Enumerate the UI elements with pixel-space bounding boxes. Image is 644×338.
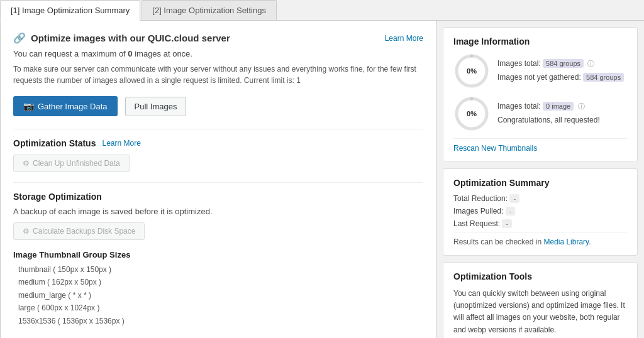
main-content: 🔗 Optimize images with our QUIC.cloud se…	[0, 21, 644, 338]
info-icon-2: ⓘ	[578, 102, 585, 110]
gauge-2-info: Images total: 0 image ⓘ Congratulations,…	[497, 100, 600, 127]
divider-2	[13, 182, 423, 183]
calc-spin-icon: ⚙	[23, 227, 30, 236]
pull-images-button[interactable]: Pull Images	[125, 97, 187, 116]
badge-total-groups: 584 groups	[543, 59, 584, 68]
tab-summary[interactable]: [1] Image Optimization Summary	[0, 0, 140, 21]
gather-btn-row: 📷 Gather Image Data Pull Images	[13, 96, 423, 116]
optimize-desc: You can request a maximum of 0 images at…	[13, 49, 423, 58]
storage-title: Storage Optimization	[13, 192, 423, 202]
opt-summary-card: Optimization Summary Total Reduction: - …	[443, 168, 638, 256]
gather-icon: 📷	[23, 101, 34, 111]
gauge-1-total-row: Images total: 584 groups ⓘ	[497, 57, 624, 71]
optimize-title: 🔗 Optimize images with our QUIC.cloud se…	[13, 32, 230, 44]
results-note: Results can be checked in Media Library.	[453, 232, 627, 246]
divider-1	[13, 129, 423, 129]
calculate-button: ⚙ Calculate Backups Disk Space	[13, 222, 145, 240]
total-reduction-row: Total Reduction: -	[453, 194, 627, 203]
max-count: 0	[128, 49, 132, 58]
left-panel: 🔗 Optimize images with our QUIC.cloud se…	[0, 21, 436, 338]
optimize-header: 🔗 Optimize images with our QUIC.cloud se…	[13, 32, 423, 44]
list-item: thumbnail ( 150px x 150px )	[18, 263, 423, 276]
optimize-note: To make sure our server can communicate …	[13, 63, 423, 86]
opt-summary-title: Optimization Summary	[453, 178, 627, 188]
opt-tools-desc: You can quickly switch between using ori…	[453, 288, 627, 336]
calculate-btn-wrap: ⚙ Calculate Backups Disk Space	[13, 222, 423, 240]
opt-tools-title: Optimization Tools	[453, 271, 627, 281]
opt-tools-card: Optimization Tools You can quickly switc…	[443, 262, 638, 338]
cleanup-btn-wrap: ⚙ Clean Up Unfinished Data	[13, 155, 423, 172]
list-item: medium_large ( * x * )	[18, 289, 423, 302]
gauge-1-not-gathered-row: Images not yet gathered: 584 groups	[497, 71, 624, 85]
info-icon-1: ⓘ	[587, 60, 594, 67]
spin-icon: ⚙	[23, 159, 30, 168]
tab-settings[interactable]: [2] Image Optimization Settings	[142, 0, 277, 20]
badge-0-image: 0 image	[543, 102, 574, 111]
status-learn-more[interactable]: Learn More	[102, 139, 140, 148]
badge-not-gathered: 584 groups	[583, 73, 624, 82]
last-request-val: -	[502, 219, 512, 228]
gauge-2-total-row: Images total: 0 image ⓘ	[497, 100, 600, 114]
gauge-row-1: 0% Images total: 584 groups ⓘ Images not…	[453, 53, 627, 89]
last-request-row: Last Request: -	[453, 219, 627, 228]
gauge-1: 0%	[453, 53, 490, 89]
gauge-1-label: 0%	[467, 67, 477, 75]
gauge-2-congrats: Congratulations, all requested!	[497, 114, 600, 128]
tab-bar: [1] Image Optimization Summary [2] Image…	[0, 0, 644, 21]
rescan-link[interactable]: Rescan New Thumbnails	[453, 138, 627, 153]
status-title: Optimization Status	[13, 138, 96, 148]
images-pulled-row: Images Pulled: -	[453, 207, 627, 215]
right-panel: Image Information 0% Images total: 584	[436, 21, 644, 338]
thumbnail-list: thumbnail ( 150px x 150px ) medium ( 162…	[13, 263, 423, 327]
gauge-1-info: Images total: 584 groups ⓘ Images not ye…	[497, 57, 624, 84]
image-info-title: Image Information	[453, 36, 627, 46]
optimize-learn-more[interactable]: Learn More	[385, 34, 423, 43]
gauge-row-2: 0% Images total: 0 image ⓘ Congratulatio…	[453, 95, 627, 132]
chain-icon: 🔗	[13, 32, 26, 44]
gauge-2-label: 0%	[467, 110, 477, 117]
image-info-card: Image Information 0% Images total: 584	[443, 27, 638, 162]
optimization-status-header: Optimization Status Learn More	[13, 138, 423, 148]
list-item: medium ( 162px x 50px )	[18, 276, 423, 288]
media-library-link[interactable]: Media Library	[543, 237, 589, 246]
list-item: large ( 600px x 1024px )	[18, 302, 423, 314]
list-item: 1536x1536 ( 1536px x 1536px )	[18, 315, 423, 327]
images-pulled-val: -	[506, 207, 516, 215]
gauge-2: 0%	[453, 95, 490, 132]
storage-desc: A backup of each image is saved before i…	[13, 207, 423, 216]
cleanup-button: ⚙ Clean Up Unfinished Data	[13, 155, 130, 172]
thumbnail-title: Image Thumbnail Group Sizes	[13, 250, 423, 259]
total-reduction-val: -	[509, 194, 519, 203]
gather-button[interactable]: 📷 Gather Image Data	[13, 96, 118, 116]
